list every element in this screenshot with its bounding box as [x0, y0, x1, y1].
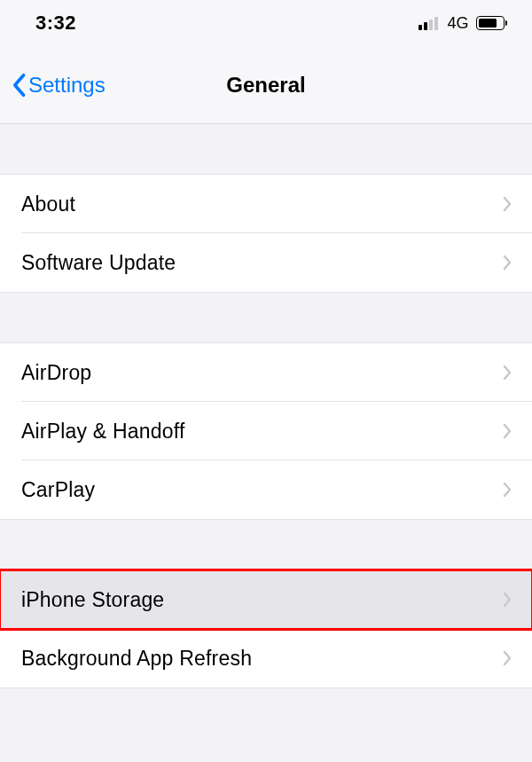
- row-label: CarPlay: [21, 478, 95, 502]
- chevron-right-icon: [502, 591, 512, 609]
- status-indicators: 4G: [419, 14, 507, 33]
- row-airdrop[interactable]: AirDrop: [0, 343, 532, 402]
- row-label: About: [21, 192, 75, 216]
- group-gap: [0, 124, 532, 174]
- row-airplay-handoff[interactable]: AirPlay & Handoff: [0, 402, 532, 460]
- row-label: iPhone Storage: [21, 588, 164, 612]
- status-time: 3:32: [35, 12, 76, 35]
- group-gap: [0, 520, 532, 570]
- list-group: iPhone Storage Background App Refresh: [0, 570, 532, 688]
- group-gap: [0, 293, 532, 342]
- row-iphone-storage[interactable]: iPhone Storage: [0, 570, 532, 629]
- back-label: Settings: [28, 73, 106, 98]
- settings-list: About Software Update AirDrop AirPlay & …: [0, 124, 532, 688]
- chevron-right-icon: [502, 649, 512, 667]
- battery-icon: [476, 16, 508, 30]
- row-label: Software Update: [21, 251, 176, 275]
- row-background-app-refresh[interactable]: Background App Refresh: [0, 629, 532, 687]
- chevron-right-icon: [502, 422, 512, 440]
- network-type: 4G: [447, 14, 468, 33]
- cellular-signal-icon: [419, 16, 438, 30]
- status-bar: 3:32 4G: [0, 0, 532, 46]
- row-label: Background App Refresh: [21, 647, 252, 671]
- row-about[interactable]: About: [0, 175, 532, 233]
- row-label: AirPlay & Handoff: [21, 420, 185, 444]
- row-label: AirDrop: [21, 361, 91, 385]
- row-carplay[interactable]: CarPlay: [0, 460, 532, 519]
- back-button[interactable]: Settings: [0, 73, 106, 98]
- list-group: About Software Update: [0, 174, 532, 293]
- list-group: AirDrop AirPlay & Handoff CarPlay: [0, 342, 532, 520]
- chevron-left-icon: [11, 73, 27, 98]
- chevron-right-icon: [502, 254, 512, 271]
- nav-bar: Settings General: [0, 46, 532, 124]
- chevron-right-icon: [502, 481, 512, 499]
- chevron-right-icon: [502, 195, 512, 213]
- row-software-update[interactable]: Software Update: [0, 233, 532, 292]
- chevron-right-icon: [502, 364, 512, 381]
